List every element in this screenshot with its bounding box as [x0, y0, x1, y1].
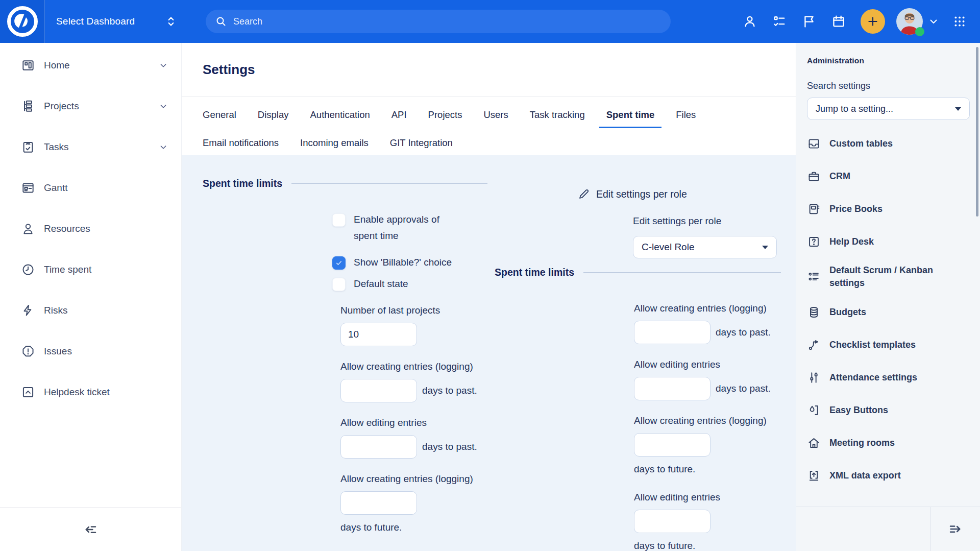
page-title: Settings — [203, 62, 255, 78]
tab-display[interactable]: Display — [257, 105, 290, 128]
tab-spent-time[interactable]: Spent time — [599, 105, 662, 128]
checkbox-checked[interactable] — [332, 256, 346, 270]
admin-item-xml-data-export[interactable]: XML data export — [807, 465, 970, 486]
checkbox-show-billable[interactable]: Show 'Billable?' choice — [332, 255, 465, 271]
administration-sidebar: Administration Search settings Jump to a… — [796, 43, 980, 551]
field-allow-creating-future: Allow creating entries (logging) days to… — [340, 471, 481, 535]
dashboard-selector[interactable]: Select Dashboard — [56, 15, 178, 28]
admin-item-scrum-kanban[interactable]: Default Scrum / Kanban settings — [807, 264, 970, 290]
help-square-icon — [807, 235, 821, 249]
flow-flag-icon — [807, 338, 821, 352]
allow-creating-future-input[interactable] — [340, 491, 417, 515]
admin-item-label: Help Desk — [829, 235, 953, 248]
tab-git-integration[interactable]: GIT Integration — [389, 133, 454, 156]
checkbox-default-state[interactable]: Default state — [332, 277, 465, 292]
app-logo[interactable] — [0, 0, 45, 43]
tab-email-notifications[interactable]: Email notifications — [202, 133, 280, 156]
admin-item-crm[interactable]: CRM — [807, 166, 970, 186]
dropdown-caret-icon — [955, 107, 961, 111]
field-suffix: days to past. — [716, 325, 771, 340]
tray-icon — [807, 137, 821, 151]
jump-to-setting-select[interactable]: Jump to a setting... — [807, 98, 970, 120]
topbar-actions — [735, 0, 980, 43]
admin-item-attendance-settings[interactable]: Attendance settings — [807, 367, 970, 388]
field-role-editing-past: Allow editing entries days to past. — [634, 356, 775, 400]
apps-grid-button[interactable] — [944, 7, 975, 36]
edit-settings-per-role-link[interactable]: Edit settings per role — [578, 188, 687, 200]
admin-item-label: Easy Buttons — [829, 404, 953, 417]
role-creating-future-input[interactable] — [634, 433, 710, 457]
sidebar-item-time-spent[interactable]: Time spent — [0, 249, 181, 290]
sidebar-item-resources[interactable]: Resources — [0, 208, 181, 249]
field-allow-editing-past: Allow editing entries days to past. — [340, 415, 481, 459]
admin-item-price-books[interactable]: Price Books — [807, 199, 970, 219]
section-title: Spent time limits — [495, 267, 574, 278]
expand-admin-sidebar-button[interactable] — [930, 507, 980, 551]
field-label: Allow creating entries (logging) — [634, 413, 775, 429]
checkbox-enable-approvals[interactable]: Enable approvals of spent time — [332, 212, 465, 244]
tab-users[interactable]: Users — [482, 105, 509, 128]
sidebar-item-helpdesk-ticket[interactable]: Helpdesk ticket — [0, 372, 181, 413]
role-editing-past-input[interactable] — [634, 377, 710, 400]
admin-item-label: Custom tables — [829, 137, 953, 150]
profile-button[interactable] — [735, 7, 765, 36]
allow-editing-past-input[interactable] — [340, 435, 417, 459]
sidebar-item-home[interactable]: Home — [0, 45, 181, 86]
dashboard-icon — [20, 58, 36, 73]
expand-right-icon — [948, 521, 963, 537]
projects-tree-icon — [20, 99, 36, 114]
global-search — [206, 10, 671, 33]
role-select-value: C-level Role — [642, 242, 762, 253]
checkbox-label: Enable approvals of spent time — [354, 211, 462, 244]
admin-item-meeting-rooms[interactable]: Meeting rooms — [807, 433, 970, 453]
account-menu-button[interactable] — [923, 7, 944, 36]
admin-item-custom-tables[interactable]: Custom tables — [807, 133, 970, 154]
calendar-button[interactable] — [824, 7, 853, 36]
flag-button[interactable] — [794, 7, 824, 36]
sidebar-item-risks[interactable]: Risks — [0, 290, 181, 331]
tab-incoming-emails[interactable]: Incoming emails — [299, 133, 370, 156]
tab-api[interactable]: API — [390, 105, 408, 128]
admin-item-checklist-templates[interactable]: Checklist templates — [807, 334, 970, 355]
edit-link-label: Edit settings per role — [596, 188, 687, 200]
todo-button[interactable] — [765, 7, 794, 36]
collapse-left-icon — [83, 522, 98, 537]
sidebar-item-gantt[interactable]: Gantt — [0, 167, 181, 208]
field-label: Allow editing entries — [634, 489, 775, 506]
tab-authentication[interactable]: Authentication — [309, 105, 371, 128]
sidebar-item-projects[interactable]: Projects — [0, 86, 181, 127]
checkbox-unchecked[interactable] — [332, 213, 346, 227]
scrollbar-thumb[interactable] — [976, 47, 978, 217]
sidebar-item-issues[interactable]: Issues — [0, 331, 181, 372]
field-label: Allow creating entries (logging) — [340, 358, 481, 375]
tab-task-tracking[interactable]: Task tracking — [529, 105, 586, 128]
create-new-button[interactable] — [861, 9, 885, 34]
admin-item-help-desk[interactable]: Help Desk — [807, 231, 970, 252]
alert-octagon-icon — [20, 344, 36, 359]
admin-item-easy-buttons[interactable]: Easy Buttons — [807, 400, 970, 420]
tab-projects[interactable]: Projects — [427, 105, 463, 128]
house-icon — [807, 436, 821, 450]
chevron-down-icon — [158, 141, 169, 153]
tab-general[interactable]: General — [202, 105, 237, 128]
role-editing-future-input[interactable] — [634, 510, 710, 533]
role-creating-past-input[interactable] — [634, 321, 710, 344]
lightning-icon — [20, 303, 36, 318]
admin-item-budgets[interactable]: Budgets — [807, 302, 970, 322]
checkbox-unchecked[interactable] — [332, 278, 346, 291]
allow-creating-past-input[interactable] — [340, 379, 417, 402]
number-of-last-projects-input[interactable] — [340, 323, 417, 346]
sidebar-item-tasks[interactable]: Tasks — [0, 127, 181, 167]
sliders-icon — [807, 371, 821, 385]
search-icon — [215, 15, 227, 28]
collapse-sidebar-button[interactable] — [76, 515, 105, 544]
tab-files[interactable]: Files — [675, 105, 697, 128]
user-avatar[interactable] — [896, 8, 923, 35]
tabs-row-1: General Display Authentication API Proje… — [202, 105, 796, 128]
role-select[interactable]: C-level Role — [633, 236, 777, 258]
administration-footer — [796, 507, 980, 551]
kanban-list-icon — [807, 270, 821, 284]
field-role-creating-future: Allow creating entries (logging) days to… — [634, 413, 775, 477]
search-input[interactable] — [233, 16, 662, 27]
flag-icon — [802, 14, 816, 29]
